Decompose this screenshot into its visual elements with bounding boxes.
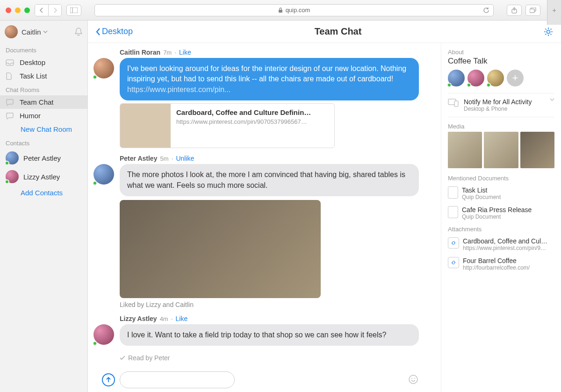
close-window-button[interactable]	[6, 7, 11, 13]
sidebar-toggle-button[interactable]	[66, 5, 81, 16]
add-member-button[interactable]: +	[507, 70, 524, 86]
presence-indicator	[5, 161, 9, 165]
lock-icon	[278, 7, 283, 13]
tabs-button[interactable]	[525, 5, 540, 16]
new-chat-room-link[interactable]: New Chat Room	[0, 122, 87, 136]
message-author: Peter Astley	[120, 155, 157, 162]
attachment-row[interactable]: Cardboard, Coffee and Cul… https://www.p…	[448, 235, 554, 254]
fullscreen-window-button[interactable]	[24, 7, 30, 13]
like-action[interactable]: Like	[179, 49, 191, 56]
mentioned-doc[interactable]: Task List Quip Document	[448, 184, 554, 203]
chevron-left-icon	[95, 28, 101, 36]
message-input[interactable]	[120, 371, 235, 388]
message-time: 7m	[163, 49, 172, 56]
back-link[interactable]: Desktop	[95, 27, 133, 36]
settings-button[interactable]	[543, 27, 554, 37]
sidebar-item-tasklist[interactable]: Task List	[0, 69, 87, 83]
attachment-title: Cardboard, Coffee and Cul…	[463, 237, 554, 245]
member-avatar[interactable]	[448, 70, 465, 86]
notification-setting[interactable]: Notify Me for All Activity Desktop & Pho…	[448, 93, 554, 117]
sidebar-item-label: Humor	[20, 112, 41, 120]
message-text: The more photos I look at, the more I am…	[127, 171, 405, 189]
minimize-window-button[interactable]	[15, 7, 21, 13]
doc-sub: Quip Document	[462, 214, 532, 220]
media-thumb[interactable]	[484, 132, 518, 168]
media-thumb[interactable]	[448, 132, 482, 168]
attachment-row[interactable]: Four Barrel Coffee http://fourbarrelcoff…	[448, 254, 554, 274]
presence-indicator	[93, 341, 97, 346]
attachment-sub: http://fourbarrelcoffee.com/	[463, 264, 554, 271]
address-bar[interactable]: quip.com	[94, 4, 494, 16]
tray-icon	[6, 59, 15, 66]
message-meta: Lizzy Astley 4m · Like	[120, 315, 419, 322]
presence-indicator	[447, 83, 452, 87]
doc-title: Cafe Ria Press Release	[462, 206, 532, 214]
sidebar-contact-peter[interactable]: Peter Astley	[0, 149, 87, 167]
member-avatars: +	[448, 70, 554, 86]
message-meta: Peter Astley 5m · Unlike	[120, 155, 419, 162]
doc-title: Task List	[462, 186, 501, 194]
link-preview-url: https://www.pinterest.com/pin/9070537996…	[176, 118, 329, 125]
sidebar-item-humor[interactable]: Humor	[0, 109, 87, 122]
back-button[interactable]	[35, 5, 48, 16]
attachment-title: Four Barrel Coffee	[463, 257, 554, 264]
main-column: Desktop Team Chat Caitlin Roran 7m · Lik…	[88, 21, 561, 392]
sidebar: Caitlin Documents Desktop Task List Chat…	[0, 21, 88, 392]
message-time: 5m	[160, 155, 168, 162]
media-label: Media	[448, 123, 554, 130]
reload-button[interactable]	[483, 7, 489, 14]
svg-point-10	[414, 378, 415, 379]
contact-name: Lizzy Astley	[23, 173, 60, 181]
message-text: I've been looking around for ideas for t…	[127, 64, 406, 83]
share-button[interactable]	[507, 5, 522, 16]
media-thumb[interactable]	[520, 132, 554, 168]
message-bubble: The more photos I look at, the more I am…	[120, 164, 419, 196]
chatrooms-section-label: Chat Rooms	[0, 83, 87, 95]
message-avatar[interactable]	[94, 324, 114, 345]
message-avatar[interactable]	[94, 58, 114, 78]
member-avatar[interactable]	[468, 70, 484, 86]
sidebar-item-desktop[interactable]: Desktop	[0, 56, 87, 69]
notify-title: Notify Me for All Activity	[464, 98, 545, 106]
emoji-button[interactable]	[408, 374, 418, 385]
chat-stream: Caitlin Roran 7m · Like I've been lookin…	[88, 43, 441, 392]
svg-rect-12	[454, 101, 458, 107]
like-action[interactable]: Like	[176, 315, 188, 322]
link-preview-title: Cardboard, Coffee and Culture Definin…	[176, 108, 329, 116]
svg-rect-0	[70, 7, 78, 13]
forward-button[interactable]	[48, 5, 61, 16]
link-preview-card[interactable]: Cardboard, Coffee and Culture Definin… h…	[120, 103, 335, 148]
presence-indicator	[486, 83, 491, 87]
about-label: About	[448, 49, 554, 56]
attachment-sub: https://www.pinterest.com/pin/9…	[463, 245, 554, 251]
photo-attachment[interactable]	[120, 200, 321, 298]
message-author: Lizzy Astley	[120, 315, 157, 322]
chat-icon	[6, 99, 15, 106]
sidebar-item-teamchat[interactable]: Team Chat	[0, 95, 87, 109]
mentioned-doc[interactable]: Cafe Ria Press Release Quip Document	[448, 203, 554, 223]
sidebar-item-label: Desktop	[20, 58, 45, 66]
chevron-down-icon	[43, 30, 48, 33]
info-panel: About Coffee Talk + Notify Me for All Ac…	[441, 43, 561, 392]
member-avatar[interactable]	[487, 70, 504, 86]
liked-by-text: Liked by Lizzy and Caitlin	[120, 301, 419, 308]
notifications-button[interactable]	[74, 27, 83, 36]
chat-message: Lizzy Astley 4m · Like I love it. Want t…	[94, 315, 432, 346]
contact-avatar	[6, 170, 19, 183]
message-link[interactable]: https://www.pinterest.com/pin...	[127, 86, 230, 93]
contact-name: Peter Astley	[23, 154, 61, 162]
composer	[94, 365, 432, 392]
sidebar-user[interactable]: Caitlin	[0, 21, 87, 43]
add-contacts-link[interactable]: Add Contacts	[0, 186, 87, 200]
message-avatar[interactable]	[94, 164, 114, 185]
check-icon	[120, 356, 125, 360]
chat-header: Desktop Team Chat	[88, 21, 561, 43]
send-button[interactable]	[102, 373, 115, 386]
presence-indicator	[93, 181, 97, 185]
unlike-action[interactable]: Unlike	[176, 155, 194, 162]
sidebar-contact-lizzy[interactable]: Lizzy Astley	[0, 167, 87, 186]
contact-avatar	[6, 151, 19, 164]
back-link-label: Desktop	[102, 27, 133, 36]
chat-message: Caitlin Roran 7m · Like I've been lookin…	[94, 49, 432, 148]
svg-point-9	[411, 378, 412, 379]
